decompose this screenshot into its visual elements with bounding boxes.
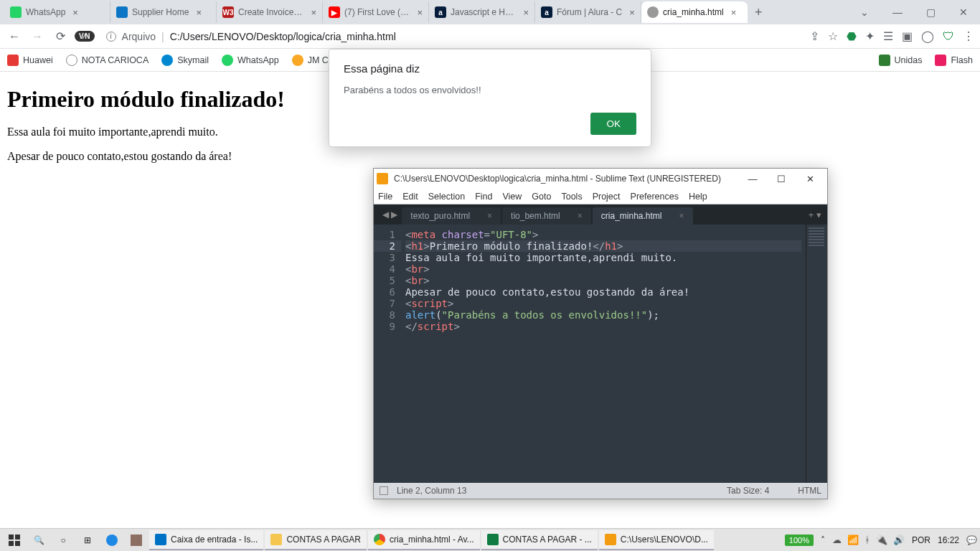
- tab-close-icon[interactable]: ×: [731, 7, 737, 18]
- tab-close-icon[interactable]: ×: [679, 211, 684, 221]
- tab-overflow-icon[interactable]: + ▾: [803, 209, 827, 220]
- menu-goto[interactable]: Goto: [532, 192, 551, 202]
- favicon-alura: a: [541, 6, 552, 18]
- volume-icon[interactable]: 🔊: [893, 534, 905, 545]
- new-tab-button[interactable]: +: [748, 5, 770, 20]
- menu-find[interactable]: Find: [475, 192, 492, 202]
- menu-edit[interactable]: Edit: [402, 192, 418, 202]
- menu-project[interactable]: Project: [593, 192, 621, 202]
- menu-selection[interactable]: Selection: [428, 192, 465, 202]
- panel-toggle-icon[interactable]: [380, 486, 388, 495]
- bookmark-huawei[interactable]: Huawei: [7, 55, 53, 66]
- url-input[interactable]: i Arquivo | C:/Users/LENOVO/Desktop/logi…: [100, 31, 804, 42]
- menu-preferences[interactable]: Preferences: [631, 192, 679, 202]
- taskbar-item-chrome[interactable]: cria_minha.html - Av...: [368, 530, 480, 550]
- chevron-down-icon[interactable]: ⌄: [848, 0, 881, 24]
- bookmark-skymail[interactable]: Skymail: [161, 55, 209, 66]
- browser-tab[interactable]: a Fórum | Alura - C ×: [535, 1, 641, 23]
- bluetooth-icon[interactable]: ᚼ: [864, 534, 870, 545]
- cortana-icon[interactable]: ○: [52, 530, 75, 550]
- pinned-app[interactable]: [125, 530, 148, 550]
- reload-button[interactable]: ⟳: [52, 28, 69, 45]
- browser-tab[interactable]: W3 Create Invoice - e ×: [217, 1, 323, 23]
- notifications-icon[interactable]: 💬: [966, 535, 977, 545]
- sublime-tab[interactable]: texto_puro.html×: [402, 207, 501, 225]
- sublime-title-bar[interactable]: C:\Users\LENOVO\Desktop\logica\cria_minh…: [374, 169, 827, 189]
- pinned-app[interactable]: [100, 530, 123, 550]
- bookmark-flash[interactable]: Flash: [935, 55, 973, 66]
- tab-close-icon[interactable]: ×: [196, 7, 202, 18]
- browser-tab-active[interactable]: cria_minha.html ×: [641, 1, 748, 23]
- window-maximize-button[interactable]: ☐: [767, 174, 796, 184]
- sublime-tab[interactable]: tio_bem.html×: [502, 207, 591, 225]
- taskbar-item-folder[interactable]: CONTAS A PAGAR: [265, 530, 367, 550]
- minimap[interactable]: [806, 225, 827, 483]
- tab-nav-arrows[interactable]: ◀ ▶: [378, 209, 402, 220]
- bookmark-unidas[interactable]: Unidas: [879, 55, 923, 66]
- clock[interactable]: 16:22: [938, 535, 959, 545]
- browser-tab[interactable]: WhatsApp ×: [4, 1, 110, 23]
- code-editor[interactable]: <meta charset="UFT-8"> <h1>Primeiro módu…: [401, 225, 806, 483]
- search-icon[interactable]: 🔍: [27, 530, 50, 550]
- page-paragraph: Apesar de pouco contato,estou gostando d…: [7, 150, 973, 163]
- window-minimize-button[interactable]: —: [881, 0, 914, 24]
- taskbar-item-sublime[interactable]: C:\Users\LENOVO\D...: [599, 530, 714, 550]
- taskbar-label: CONTAS A PAGAR - ...: [503, 534, 592, 545]
- tab-close-icon[interactable]: ×: [72, 7, 78, 18]
- outlook-icon: [155, 534, 166, 545]
- tab-close-icon[interactable]: ×: [417, 7, 423, 18]
- vpn-badge[interactable]: V⁄N: [75, 31, 95, 42]
- task-view-icon[interactable]: ⊞: [76, 530, 99, 550]
- tab-title: cria_minha.html: [663, 7, 724, 17]
- taskbar-item-excel[interactable]: CONTAS A PAGAR - ...: [481, 530, 598, 550]
- alert-ok-button[interactable]: OK: [590, 113, 636, 135]
- back-button[interactable]: ←: [6, 28, 23, 45]
- power-icon[interactable]: 🔌: [876, 534, 887, 545]
- menu-icon[interactable]: ⋮: [963, 29, 974, 43]
- alert-message: Parabéns a todos os envolvidos!!: [344, 85, 636, 95]
- taskbar-item-outlook[interactable]: Caixa de entrada - Is...: [149, 530, 263, 550]
- tab-overview-icon[interactable]: ▣: [902, 29, 913, 43]
- onedrive-icon[interactable]: ☁: [832, 534, 842, 545]
- syntax-button[interactable]: HTML: [798, 486, 821, 496]
- tab-close-icon[interactable]: ×: [629, 7, 635, 18]
- window-close-button[interactable]: ✕: [947, 0, 980, 24]
- forward-button[interactable]: →: [29, 28, 46, 45]
- window-maximize-button[interactable]: ▢: [914, 0, 947, 24]
- window-close-button[interactable]: ✕: [796, 174, 824, 184]
- browser-tab[interactable]: ▶ (7) First Love (Sp ×: [323, 1, 429, 23]
- profile-icon[interactable]: ◯: [921, 29, 934, 43]
- menu-help[interactable]: Help: [689, 192, 707, 202]
- window-minimize-button[interactable]: —: [738, 174, 767, 184]
- reading-list-icon[interactable]: ☰: [883, 29, 893, 43]
- bookmark-icon: [935, 55, 946, 66]
- menu-file[interactable]: File: [378, 192, 392, 202]
- extensions-icon[interactable]: ✦: [865, 29, 875, 43]
- adblock-icon[interactable]: 🛡: [943, 30, 954, 43]
- menu-view[interactable]: View: [502, 192, 522, 202]
- tray-chevron-icon[interactable]: ˄: [821, 535, 825, 545]
- sublime-tab-active[interactable]: cria_minha.html×: [593, 207, 693, 225]
- start-button[interactable]: [3, 530, 26, 550]
- sublime-title-text: C:\Users\LENOVO\Desktop\logica\cria_minh…: [394, 174, 738, 184]
- system-tray: ☁ 📶 ᚼ 🔌 🔊: [832, 534, 905, 545]
- tab-close-icon[interactable]: ×: [578, 211, 583, 221]
- browser-tab[interactable]: a Javascript e HTM ×: [429, 1, 535, 23]
- tab-close-icon[interactable]: ×: [311, 7, 316, 18]
- tab-close-icon[interactable]: ×: [487, 211, 492, 221]
- battery-indicator[interactable]: 100%: [785, 534, 814, 546]
- star-icon[interactable]: ☆: [828, 29, 838, 43]
- bookmark-whatsapp[interactable]: WhatsApp: [222, 55, 279, 66]
- shield-icon[interactable]: ⬣: [847, 29, 857, 43]
- sublime-tab-label: tio_bem.html: [511, 211, 560, 221]
- bookmark-jm[interactable]: JM Co: [292, 55, 334, 66]
- tab-size-button[interactable]: Tab Size: 4: [727, 486, 769, 496]
- line-gutter: 1 2 3 4 5 6 7 8 9: [374, 225, 401, 483]
- browser-tab[interactable]: Supplier Home ×: [110, 1, 217, 23]
- wifi-icon[interactable]: 📶: [847, 534, 859, 545]
- language-indicator[interactable]: POR: [912, 535, 930, 545]
- menu-tools[interactable]: Tools: [561, 192, 582, 202]
- tab-close-icon[interactable]: ×: [523, 7, 529, 18]
- share-icon[interactable]: ⇪: [810, 29, 819, 43]
- bookmark-nota-carioca[interactable]: NOTA CARIOCA: [66, 55, 149, 66]
